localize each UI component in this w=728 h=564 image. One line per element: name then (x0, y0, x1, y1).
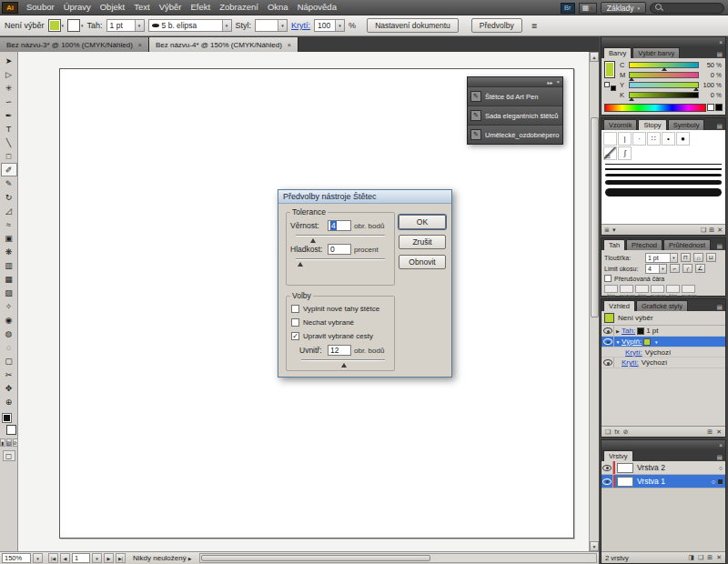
color-spectrum-bar[interactable] (604, 104, 706, 112)
white-swatch[interactable] (604, 82, 610, 87)
layer-thumbnail[interactable] (617, 463, 633, 473)
channel-value[interactable]: 0 (701, 71, 714, 79)
delete-layer-button[interactable]: ✕ (716, 554, 722, 561)
rotate-tool[interactable]: ↻ (1, 190, 17, 204)
close-icon[interactable]: × (719, 442, 723, 448)
brush-library-item[interactable]: ✎ Štětce 6d Art Pen (468, 86, 562, 106)
panel-group-header[interactable]: × (602, 440, 725, 449)
canvas-area[interactable]: ▸▸ × ✎ Štětce 6d Art Pen ✎ Sada elegantn… (18, 52, 589, 551)
appearance-stroke-row[interactable]: ▶ Tah: 1 pt (602, 326, 725, 337)
workspace-switcher[interactable]: Základy ▾ (601, 2, 646, 14)
tab-graficke-styly[interactable]: Grafické styly (636, 300, 688, 311)
magic-wand-tool[interactable]: ✳ (1, 81, 17, 95)
join-round-button[interactable]: ╭ (682, 264, 693, 273)
zoom-tool[interactable]: ⊕ (1, 395, 17, 408)
pencil-tool[interactable]: ✎ (1, 176, 17, 190)
last-artboard-button[interactable]: ▶| (116, 553, 126, 563)
stroke-color-swatch[interactable] (637, 327, 644, 335)
menu-upravy[interactable]: Úpravy (59, 0, 96, 15)
chevron-down-icon[interactable]: ▾ (62, 23, 65, 28)
eye-icon[interactable] (602, 478, 612, 485)
black-swatch[interactable] (715, 104, 723, 111)
chevron-down-icon[interactable]: ▾ (659, 265, 666, 273)
smoothness-slider[interactable] (296, 257, 385, 264)
duplicate-item-button[interactable]: ⊞ (707, 428, 713, 436)
visibility-cell[interactable] (602, 337, 614, 347)
style-combo[interactable]: ▾ (255, 19, 288, 32)
chevron-down-icon[interactable]: ▾ (670, 254, 677, 262)
fill-indicator[interactable] (2, 413, 12, 423)
target-icon[interactable]: ○ (719, 465, 723, 471)
fidelity-input[interactable]: 4 (328, 220, 351, 231)
cap-butt-button[interactable]: ⊓ (681, 253, 691, 262)
brush-libraries-titlebar[interactable]: ▸▸ × (468, 77, 562, 86)
brush-item[interactable] (603, 132, 617, 146)
stroke-color-swatch[interactable] (67, 19, 80, 32)
scrollbar-thumb[interactable] (201, 555, 431, 561)
brush-library-item[interactable]: ✎ Umělecké_ozdobnépero (468, 125, 562, 144)
chevron-down-icon[interactable]: ▾ (652, 339, 660, 345)
gap-field[interactable] (651, 285, 664, 293)
dash-field[interactable] (604, 285, 618, 293)
appearance-fill-opacity-row[interactable]: Krytí: Výchozí (602, 347, 725, 358)
channel-value[interactable]: 0 (701, 91, 714, 99)
eye-icon[interactable] (603, 338, 612, 345)
brush-stroke-item[interactable] (605, 164, 722, 165)
status-flyout-icon[interactable]: ▶ (188, 556, 192, 561)
document-tab-2[interactable]: Bez názvu-4* @ 150% (CMYK/Náhled) × (149, 37, 298, 52)
close-icon[interactable]: × (556, 79, 560, 85)
gradient-tool[interactable]: ▨ (1, 286, 17, 299)
search-input[interactable] (650, 3, 724, 14)
new-layer-button[interactable]: ⊞ (707, 554, 713, 561)
layer-name[interactable]: Vrstva 1 (637, 477, 665, 486)
gap-field[interactable] (682, 285, 695, 293)
hand-tool[interactable]: ✥ (1, 381, 17, 395)
current-color-well[interactable] (603, 60, 620, 102)
panel-menu-icon[interactable]: ▤ (717, 243, 725, 250)
panel-menu-icon[interactable]: ▤ (717, 51, 725, 58)
stroke-weight-combo[interactable]: 1 pt ▾ (106, 19, 145, 32)
menu-vyber[interactable]: Výběr (155, 0, 187, 15)
tab-stopy[interactable]: Stopy (638, 119, 666, 130)
join-bevel-button[interactable]: ∠ (695, 264, 705, 273)
within-slider[interactable] (301, 358, 385, 365)
preferences-button[interactable]: Předvolby (471, 18, 522, 33)
expand-icon[interactable]: ▶ (614, 328, 622, 334)
yellow-slider[interactable] (629, 82, 699, 88)
brush-libraries-menu-icon[interactable]: ≣ (604, 227, 610, 234)
add-effect-button[interactable]: fx (614, 428, 619, 435)
dash-field[interactable] (635, 285, 649, 293)
appearance-opacity-row[interactable]: Krytí: Výchozí (602, 358, 725, 368)
channel-value[interactable]: 100 (701, 81, 714, 89)
channel-value[interactable]: 50 (701, 61, 714, 69)
edit-selected-paths-checkbox[interactable]: ✓ (291, 332, 299, 340)
color-mode-button[interactable]: ▮ (0, 438, 5, 447)
join-miter-button[interactable]: ⌐ (670, 264, 680, 273)
visibility-cell[interactable] (602, 461, 613, 474)
cap-round-button[interactable]: ∩ (693, 253, 703, 262)
scroll-down-button[interactable]: ▼ (590, 541, 599, 551)
menu-efekt[interactable]: Efekt (186, 0, 215, 15)
cap-projecting-button[interactable]: ⊔ (706, 253, 716, 262)
slider-thumb[interactable] (662, 65, 667, 71)
menu-soubor[interactable]: Soubor (22, 0, 59, 15)
blend-tool[interactable]: ◉ (1, 313, 17, 327)
rectangle-tool[interactable]: □ (1, 149, 17, 163)
menu-text[interactable]: Text (129, 0, 154, 15)
brush-stroke-item[interactable] (605, 168, 722, 170)
cyan-slider[interactable] (629, 62, 699, 68)
delete-item-button[interactable]: ✕ (716, 428, 722, 436)
slider-thumb[interactable] (298, 259, 303, 267)
next-artboard-button[interactable]: ▶ (104, 553, 114, 563)
fill-color-swatch[interactable] (643, 338, 651, 346)
panel-group-header[interactable]: × (602, 37, 725, 46)
slider-thumb[interactable] (310, 236, 316, 243)
stroke-indicator[interactable] (6, 425, 16, 435)
fidelity-slider[interactable] (296, 233, 385, 240)
brush-item[interactable]: ∷ (647, 132, 661, 146)
dashed-line-checkbox[interactable] (604, 275, 612, 282)
chevron-down-icon[interactable]: ▾ (278, 20, 287, 31)
stroke-weight-combo[interactable]: 1 pt ▾ (645, 253, 678, 263)
stroke-attribute-link[interactable]: Tah: (622, 327, 635, 335)
fill-color-swatch[interactable] (604, 61, 615, 78)
